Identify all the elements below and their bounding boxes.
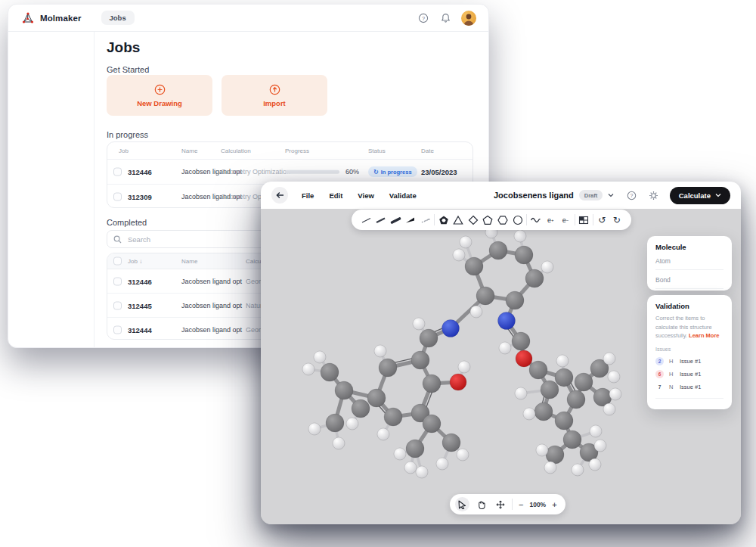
select-all-checkbox[interactable] bbox=[113, 257, 122, 266]
pentagon-ring-icon[interactable] bbox=[482, 214, 494, 226]
chevron-down-icon bbox=[715, 193, 721, 197]
zoom-level: 100% bbox=[529, 501, 546, 508]
redo-icon[interactable]: ↻ bbox=[611, 214, 623, 226]
panel-item-bond[interactable]: Bond bbox=[655, 270, 723, 289]
progress-bar bbox=[285, 170, 339, 174]
issue-element: N bbox=[669, 384, 674, 390]
section-get-started: Get Started bbox=[107, 65, 149, 74]
issue-label: Issue #1 bbox=[680, 358, 701, 365]
toolbar-divider bbox=[575, 214, 575, 225]
molecule-panel-title: Molecule bbox=[655, 243, 723, 251]
svg-text:?: ? bbox=[422, 14, 425, 21]
row-checkbox[interactable] bbox=[113, 277, 122, 285]
electron-plus-icon[interactable]: e+ bbox=[544, 214, 556, 226]
help-icon[interactable]: ? bbox=[417, 12, 429, 24]
sort-down-icon: ↓ bbox=[139, 258, 142, 265]
move-arrows-tool[interactable] bbox=[493, 497, 507, 511]
job-id: 312444 bbox=[128, 325, 152, 334]
menu-edit[interactable]: Edit bbox=[329, 191, 342, 200]
job-name: Jacobsen ligand opt bbox=[181, 302, 242, 309]
triangle-ring-icon[interactable] bbox=[452, 214, 464, 226]
screenshot-stage: Molmaker Jobs ? Jobs Get Started bbox=[0, 0, 756, 547]
double-bond-icon[interactable] bbox=[375, 214, 387, 226]
bold-wedge-bond-icon[interactable] bbox=[389, 214, 401, 226]
section-completed: Completed bbox=[107, 218, 147, 227]
settings-gear-icon[interactable] bbox=[648, 189, 660, 201]
row-checkbox[interactable] bbox=[113, 193, 122, 201]
brand-name: Molmaker bbox=[40, 14, 82, 23]
row-checkbox[interactable] bbox=[113, 325, 122, 334]
electron-minus-icon[interactable]: e− bbox=[559, 214, 572, 226]
col-name: Name bbox=[181, 148, 197, 154]
molecule-panel: Molecule Atom Bond bbox=[647, 236, 732, 291]
app-header: Molmaker Jobs ? bbox=[8, 5, 488, 32]
issue-element: H bbox=[669, 371, 674, 378]
col-progress: Progress bbox=[285, 148, 309, 154]
editor-menu: File Edit View Validate bbox=[302, 191, 417, 200]
cyclopentadienyl-ring-icon[interactable] bbox=[438, 214, 450, 226]
job-id: 312445 bbox=[128, 301, 152, 309]
panel-item-atom[interactable]: Atom bbox=[655, 251, 723, 270]
section-in-progress: In progress bbox=[107, 130, 148, 139]
menu-view[interactable]: View bbox=[358, 191, 373, 200]
job-id: 312309 bbox=[128, 193, 152, 201]
col-job-sortable[interactable]: Job ↓ bbox=[128, 258, 142, 265]
pan-hand-tool[interactable] bbox=[474, 497, 488, 511]
issue-row[interactable]: 6 H Issue #1 bbox=[655, 368, 723, 381]
row-checkbox[interactable] bbox=[113, 168, 122, 176]
calculate-label: Calculate bbox=[679, 191, 711, 200]
molmaker-logo-icon bbox=[22, 12, 34, 24]
job-calculation: Geometry Optimization bbox=[221, 168, 290, 176]
learn-more-link[interactable]: Learn More bbox=[689, 332, 719, 339]
issue-row[interactable]: 7 N Issue #1 bbox=[655, 381, 723, 393]
wavy-bond-icon[interactable] bbox=[530, 214, 542, 226]
back-button[interactable] bbox=[271, 187, 288, 204]
menu-validate[interactable]: Validate bbox=[389, 191, 417, 200]
diamond-ring-icon[interactable] bbox=[467, 214, 479, 226]
panel-footer-divider bbox=[655, 398, 723, 403]
menu-file[interactable]: File bbox=[302, 191, 314, 200]
editor-window: File Edit View Validate Jocobsenens liga… bbox=[261, 182, 741, 524]
hashed-wedge-bond-icon[interactable] bbox=[419, 214, 431, 226]
plus-circle-icon bbox=[154, 84, 166, 95]
arrow-left-icon bbox=[276, 191, 284, 199]
user-avatar[interactable] bbox=[461, 11, 476, 26]
zoom-out-button[interactable]: − bbox=[517, 500, 525, 509]
job-date: 23/05/2023 bbox=[421, 168, 457, 176]
help-icon[interactable]: ? bbox=[626, 189, 638, 201]
chevron-down-icon[interactable] bbox=[608, 193, 614, 197]
toolbar-divider bbox=[593, 214, 593, 225]
zoom-in-button[interactable]: + bbox=[550, 500, 558, 509]
refresh-icon: ↻ bbox=[373, 169, 379, 176]
drawing-toolbar: e+ e− ↺ ↻ bbox=[352, 210, 631, 230]
get-started-cards: New Drawing Import bbox=[107, 75, 327, 116]
circle-ring-icon[interactable] bbox=[512, 214, 524, 226]
new-drawing-button[interactable]: New Drawing bbox=[107, 75, 212, 116]
row-checkbox[interactable] bbox=[113, 301, 122, 309]
status-badge: Draft bbox=[579, 190, 603, 200]
hexagon-ring-icon[interactable] bbox=[497, 214, 509, 226]
toolbar-divider bbox=[526, 214, 527, 225]
single-bond-icon[interactable] bbox=[360, 214, 372, 226]
issue-element: H bbox=[669, 358, 674, 365]
col-status: Status bbox=[368, 148, 386, 154]
validation-panel: Validation Correct the items to calculat… bbox=[647, 295, 732, 409]
col-job: Job bbox=[119, 148, 129, 154]
import-button[interactable]: Import bbox=[222, 75, 327, 116]
issues-label: Issues bbox=[655, 347, 723, 352]
undo-icon[interactable]: ↺ bbox=[596, 214, 608, 226]
document-title: Jocobsenens ligand bbox=[494, 191, 574, 200]
svg-text:?: ? bbox=[631, 192, 634, 197]
solid-wedge-bond-icon[interactable] bbox=[404, 214, 417, 226]
nav-tab-jobs[interactable]: Jobs bbox=[101, 11, 135, 25]
page-title: Jobs bbox=[107, 39, 140, 56]
grid-template-icon[interactable] bbox=[578, 214, 590, 226]
col-calculation: Calculation bbox=[221, 148, 251, 154]
calculate-button[interactable]: Calculate bbox=[670, 187, 730, 204]
editor-header: File Edit View Validate Jocobsenens liga… bbox=[261, 182, 741, 209]
notifications-bell-icon[interactable] bbox=[439, 12, 451, 24]
toolbar-divider bbox=[512, 499, 513, 510]
issue-row[interactable]: 2 H Issue #1 bbox=[655, 355, 723, 368]
select-cursor-tool[interactable] bbox=[455, 497, 469, 511]
upload-circle-icon bbox=[269, 84, 280, 95]
